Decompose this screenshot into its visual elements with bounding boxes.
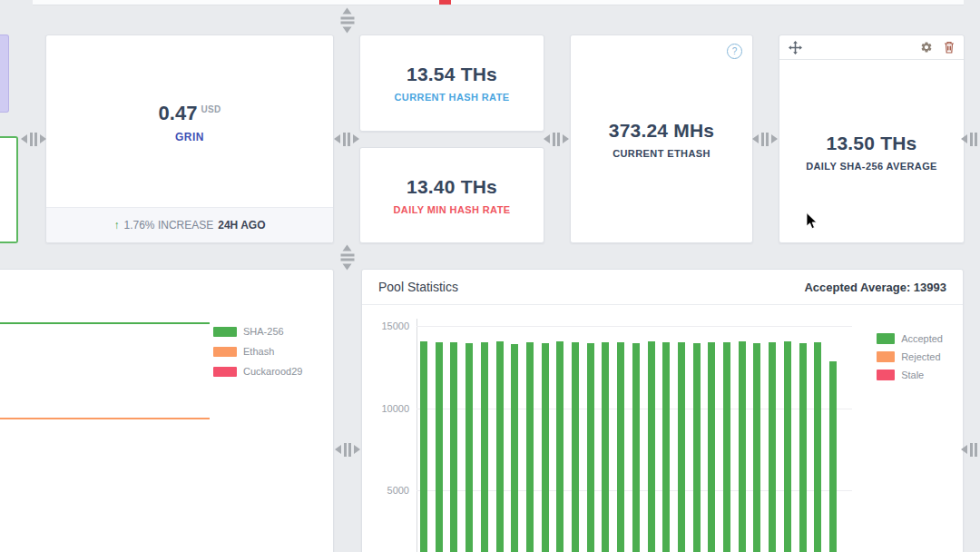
bar-accepted — [511, 344, 518, 552]
bar-accepted — [739, 341, 746, 552]
y-tick-label: 15000 — [362, 320, 409, 331]
resize-handle[interactable] — [334, 436, 361, 463]
grin-price-unit: USD — [201, 104, 220, 114]
bar-accepted — [481, 342, 488, 552]
grin-change-footer: ↑ 1.76% INCREASE 24H AGO — [46, 207, 333, 242]
pool-statistics-chart: AcceptedRejectedStale 50001000015000 — [362, 304, 963, 552]
bar-accepted — [587, 343, 594, 552]
bar-accepted — [678, 342, 685, 552]
legend-swatch-sha-256 — [213, 327, 237, 337]
grin-price-value: 0.47 — [159, 102, 198, 125]
help-glyph: ? — [732, 46, 738, 56]
bar-accepted — [708, 342, 715, 552]
resize-handle[interactable] — [334, 6, 361, 34]
widget-pool-statistics: Pool Statistics Accepted Average: 13993 … — [361, 269, 964, 552]
bar-accepted — [450, 342, 457, 552]
daily-min-hash-rate-label: DAILY MIN HASH RATE — [393, 204, 510, 215]
series-line-ethash — [0, 418, 210, 419]
legend-item: Stale — [877, 370, 943, 380]
bar-accepted — [572, 342, 579, 552]
widget-grin-price: 0.47 USD GRIN ↑ 1.76% INCREASE 24H AGO — [45, 34, 334, 243]
widget-hashrate-chart: SHA-256EthashCuckarood29 — [0, 269, 334, 552]
bar-accepted — [723, 342, 730, 552]
hashrate-legend: SHA-256EthashCuckarood29 — [213, 326, 302, 377]
current-hash-rate-label: CURRENT HASH RATE — [395, 92, 510, 103]
bar-accepted — [420, 341, 427, 552]
legend-swatch-ethash — [213, 347, 237, 357]
resize-handle[interactable] — [751, 125, 779, 153]
bar-accepted — [769, 342, 776, 552]
bar-accepted — [436, 342, 443, 552]
y-tick-label: 5000 — [362, 485, 409, 496]
daily-min-hash-rate-value: 13.40 THs — [407, 176, 497, 198]
bar-accepted — [753, 343, 760, 552]
legend-item: Rejected — [877, 351, 943, 362]
bar-accepted — [617, 342, 624, 552]
cutoff-widget-left-bottom — [0, 136, 18, 243]
pool-legend: AcceptedRejectedStale — [877, 333, 943, 380]
widget-current-hash-rate: 13.54 THs CURRENT HASH RATE — [359, 34, 544, 132]
widget-edit-toolbar — [779, 35, 964, 60]
resize-handle[interactable] — [333, 125, 360, 153]
help-icon[interactable]: ? — [727, 44, 742, 59]
daily-sha256-average-value: 13.50 THs — [827, 133, 917, 154]
bar-accepted — [602, 342, 609, 552]
grin-change-text: 1.76% INCREASE — [124, 219, 214, 232]
legend-swatch-stale — [877, 370, 895, 380]
cutoff-widget-left-top — [0, 34, 9, 113]
resize-handle[interactable] — [543, 125, 570, 153]
bar-accepted — [542, 343, 549, 552]
widget-daily-sha256-average: 13.50 THs DAILY SHA-256 AVERAGE — [779, 34, 965, 243]
legend-item: Cuckarood29 — [213, 366, 302, 377]
legend-label: Rejected — [901, 351, 940, 362]
daily-sha256-average-label: DAILY SHA-256 AVERAGE — [806, 161, 937, 172]
legend-item: Accepted — [877, 333, 943, 344]
current-ethash-label: CURRENT ETHASH — [612, 148, 710, 159]
bar-accepted — [799, 343, 807, 552]
accepted-average: Accepted Average: 13993 — [804, 281, 946, 294]
bar-accepted — [526, 342, 534, 552]
trash-icon[interactable] — [944, 41, 955, 54]
legend-swatch-cuckarood29 — [213, 367, 237, 377]
cutoff-red-widget — [439, 0, 451, 5]
y-axis — [416, 319, 417, 552]
resize-handle[interactable] — [20, 125, 47, 153]
legend-swatch-rejected — [877, 351, 895, 362]
grin-change-when: 24H AGO — [218, 219, 265, 232]
grin-name: GRIN — [175, 131, 204, 143]
current-hash-rate-value: 13.54 THs — [407, 64, 497, 85]
legend-label: Cuckarood29 — [243, 366, 302, 377]
mining-dashboard: 0.47 USD GRIN ↑ 1.76% INCREASE 24H AGO 1… — [0, 0, 980, 552]
resize-handle[interactable] — [334, 243, 361, 271]
legend-swatch-accepted — [877, 333, 895, 344]
bar-accepted — [784, 341, 791, 552]
bar-accepted — [814, 342, 821, 552]
y-tick-label: 10000 — [362, 403, 409, 414]
cutoff-widget-top — [33, 0, 964, 5]
legend-item: Ethash — [213, 346, 302, 357]
bar-accepted — [693, 343, 701, 552]
pool-statistics-header: Pool Statistics Accepted Average: 13993 — [362, 270, 963, 305]
legend-label: Accepted — [901, 333, 943, 344]
bar-accepted — [662, 342, 670, 552]
gridline — [416, 326, 852, 327]
bar-accepted — [648, 341, 655, 552]
current-ethash-value: 373.24 MHs — [609, 120, 714, 142]
legend-label: SHA-256 — [243, 326, 284, 337]
bar-accepted — [829, 361, 837, 552]
bar-accepted — [496, 341, 504, 552]
legend-label: Ethash — [243, 346, 274, 357]
bar-accepted — [556, 341, 564, 552]
resize-handle[interactable] — [960, 436, 980, 463]
widget-current-ethash: ? 373.24 MHs CURRENT ETHASH — [570, 34, 753, 243]
legend-item: SHA-256 — [213, 326, 302, 337]
widget-daily-min-hash-rate: 13.40 THs DAILY MIN HASH RATE — [359, 147, 544, 243]
series-line-sha-256 — [0, 322, 210, 324]
up-arrow-icon: ↑ — [114, 219, 120, 232]
gear-icon[interactable] — [920, 41, 933, 54]
bar-accepted — [632, 343, 640, 552]
resize-handle[interactable] — [960, 125, 980, 153]
legend-label: Stale — [901, 370, 924, 380]
pool-statistics-title: Pool Statistics — [378, 280, 458, 294]
move-icon[interactable] — [789, 41, 802, 54]
